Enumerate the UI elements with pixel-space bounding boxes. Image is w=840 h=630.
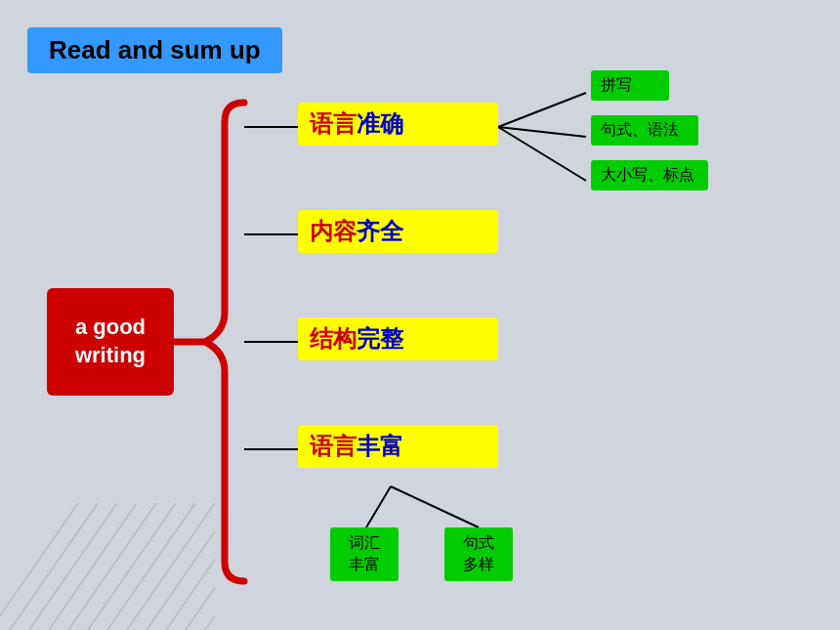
svg-line-0 xyxy=(0,503,78,630)
svg-line-18 xyxy=(498,127,586,137)
branch1-text1: 语言 xyxy=(310,110,357,137)
svg-line-21 xyxy=(391,486,479,527)
svg-line-20 xyxy=(366,486,391,527)
svg-line-6 xyxy=(107,503,195,630)
main-concept-label: a goodwriting xyxy=(75,314,146,369)
svg-line-9 xyxy=(166,503,215,630)
svg-line-2 xyxy=(29,503,117,630)
branch3-text1: 结构 xyxy=(310,325,357,352)
branch1-text2: 准确 xyxy=(357,110,403,137)
branch-item-1: 语言准确 xyxy=(298,103,498,146)
sub-item-1-1: 拼写 xyxy=(591,70,669,101)
svg-line-11 xyxy=(205,503,215,630)
svg-line-17 xyxy=(498,93,586,127)
header-title: Read and sum up xyxy=(49,35,261,64)
branch-item-3: 结构完整 xyxy=(298,317,498,360)
sub-item-4-1: 词汇丰富 xyxy=(330,527,399,581)
branch2-text1: 内容 xyxy=(310,218,357,244)
sub-item-1-2-label: 句式、语法 xyxy=(601,121,679,138)
svg-line-1 xyxy=(10,503,98,630)
sub-item-4-2-label: 句式多样 xyxy=(463,534,494,572)
sub-item-4-1-label: 词汇丰富 xyxy=(349,534,380,572)
svg-line-7 xyxy=(127,503,215,630)
branch-item-4: 语言丰富 xyxy=(298,425,498,468)
branch4-text2: 丰富 xyxy=(357,433,403,459)
sub-item-1-2: 句式、语法 xyxy=(591,115,698,146)
svg-line-19 xyxy=(498,127,586,181)
sub-item-1-3-label: 大小写、标点 xyxy=(601,166,694,183)
svg-line-3 xyxy=(49,503,137,630)
sub-item-1-1-label: 拼写 xyxy=(601,76,632,93)
svg-line-10 xyxy=(186,503,215,630)
sub-item-4-2: 句式多样 xyxy=(444,527,513,581)
svg-line-5 xyxy=(88,503,176,630)
branch-item-2: 内容齐全 xyxy=(298,210,498,253)
branch4-text1: 语言 xyxy=(310,433,357,459)
svg-line-8 xyxy=(147,503,215,630)
decoration-lines xyxy=(0,503,215,630)
sub-item-1-3: 大小写、标点 xyxy=(591,160,708,190)
header-banner: Read and sum up xyxy=(27,27,282,73)
svg-line-4 xyxy=(68,503,156,630)
branch2-text2: 齐全 xyxy=(357,218,403,244)
branch3-text2: 完整 xyxy=(357,325,403,352)
main-concept-box: a goodwriting xyxy=(47,288,174,396)
